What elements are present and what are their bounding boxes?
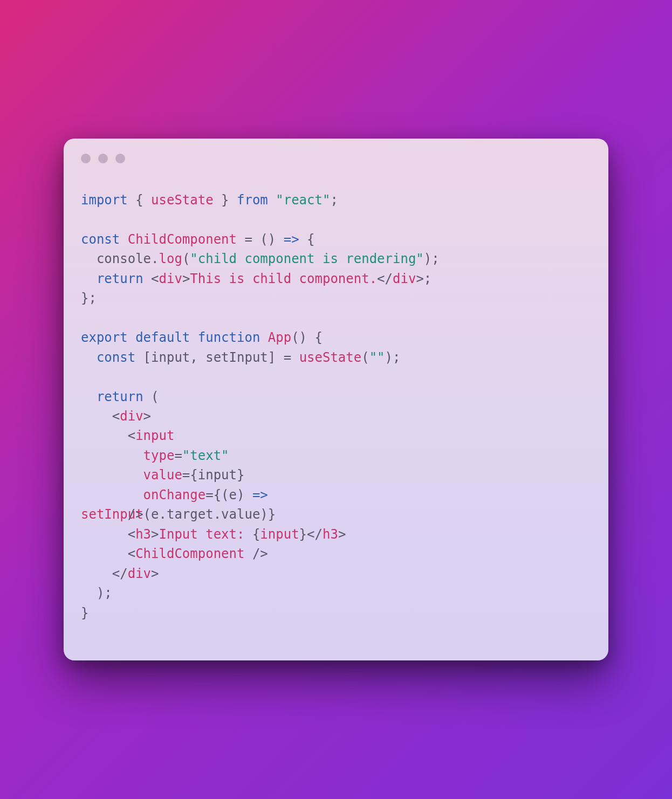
brace: { [252,527,260,542]
angle-bracket: > [151,566,159,581]
brace: } [299,527,307,542]
brace: { [128,192,151,208]
space [190,330,197,345]
indent [81,409,112,424]
brace: { [190,467,197,483]
indent [81,271,97,286]
identifier-value: value [221,507,260,522]
keyword-default: default [135,330,190,345]
angle-bracket: > [338,527,346,542]
keyword-export: export [81,330,128,345]
identifier-input: input [260,527,299,542]
attr-type: type [143,448,175,463]
paren: ) [260,507,268,522]
call-usestate: useState [299,350,362,365]
paren: ) [237,487,244,502]
indent [81,566,112,581]
dot: . [159,507,167,522]
bracket: ] [268,350,276,365]
indent [81,546,128,561]
identifier-input: input [151,350,190,365]
identifier-input: input [198,467,237,483]
space [299,232,307,247]
brace: } [237,467,244,483]
code-block: import { useState } from "react"; const … [64,169,608,623]
jsx-text: This is child component. [190,271,377,286]
paren: ( [151,389,159,404]
close-brace: }; [81,291,97,306]
code-line: export default function App() { [81,330,323,345]
equals: = [284,350,291,365]
angle-bracket: > [151,527,159,542]
space [143,271,151,286]
angle-bracket: </ [307,527,323,542]
parens: () [291,330,307,345]
paren: ( [143,507,151,522]
brace: } [214,192,237,208]
keyword-function: function [198,330,260,345]
space [135,350,143,365]
code-line: <div> [81,409,151,424]
semicolon: ; [431,251,439,266]
keyword-const: const [97,350,135,365]
space [143,389,151,404]
arrow: => [284,232,299,247]
space [128,330,135,345]
code-line: <h3>Input text: {input}</h3> [81,527,346,542]
code-window: import { useState } from "react"; const … [64,139,608,660]
code-line: } [81,605,88,621]
brace: { [315,330,323,345]
space [237,232,244,247]
equals: = [244,232,252,247]
angle-bracket: > [143,409,151,424]
identifier-useState: useState [151,192,214,208]
code-line: <input [81,428,174,443]
angle-bracket: > [182,271,190,286]
indent [81,251,97,266]
identifier-e: e [151,507,159,522]
angle-bracket: </ [112,566,128,581]
window-titlebar [64,139,608,169]
semicolon: ; [393,350,400,365]
keyword-import: import [81,192,128,208]
comma: , [190,350,205,365]
angle-bracket: < [128,546,135,561]
space [244,546,252,561]
indent [81,507,128,522]
keyword-from: from [237,192,268,208]
tag-div: div [393,271,416,286]
indent [81,527,128,542]
code-line: console.log("child component is renderin… [81,251,440,266]
maximize-icon[interactable] [115,154,125,163]
semicolon: ; [330,192,338,208]
tag-div: div [120,409,143,424]
indent [81,467,143,483]
identifier-setinput: setInput [205,350,268,365]
space [307,330,314,345]
space [276,350,283,365]
equals: = [182,467,190,483]
string-text: "text" [182,448,229,463]
keyword-return: return [97,271,143,286]
close-brace: } [81,605,88,621]
code-line: return <div>This is child component.</di… [81,271,431,286]
identifier-app: App [268,330,291,345]
equals: = [205,487,213,502]
code-line: <ChildComponent /> [81,546,268,561]
self-close: /> [128,507,143,522]
identifier-target: target [167,507,214,522]
close-paren: ); [97,586,112,601]
space [291,350,299,365]
space [244,487,252,502]
angle-bracket: > [416,271,423,286]
minimize-icon[interactable] [98,154,108,163]
angle-bracket: < [128,527,135,542]
tag-div: div [159,271,182,286]
code-line: setInput(e.target.value)} /> [81,507,276,522]
overlap-wrapper: /> [81,505,143,524]
identifier-childcomponent: ChildComponent [128,232,237,247]
close-icon[interactable] [81,154,91,163]
code-line: const ChildComponent = () => { [81,232,315,247]
paren: ( [182,251,190,266]
tag-input: input [135,428,174,443]
